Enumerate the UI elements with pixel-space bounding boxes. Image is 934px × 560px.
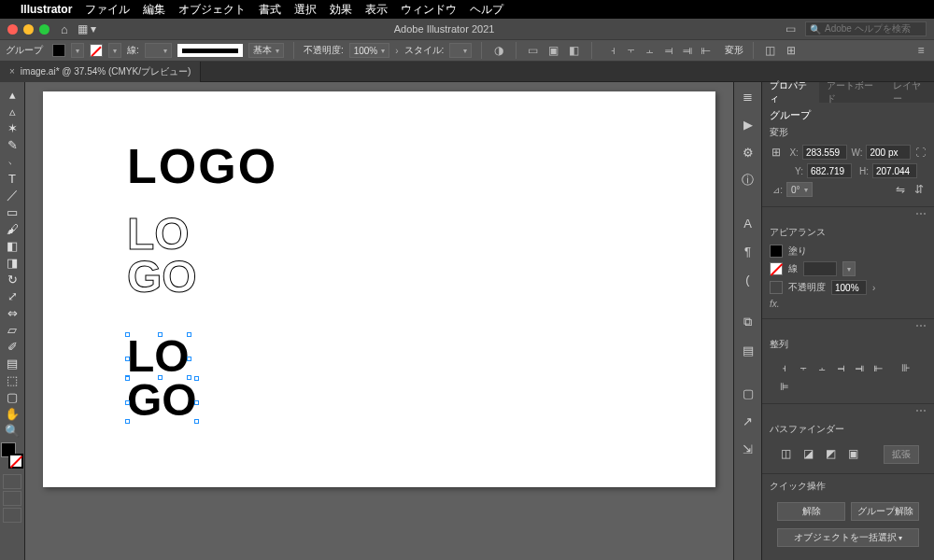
align-bottom-btn[interactable]: ⫦	[870, 360, 885, 375]
exclude-icon[interactable]: ▣	[844, 445, 861, 462]
fill-swatch[interactable]	[52, 44, 65, 57]
menu-edit[interactable]: 編集	[143, 2, 165, 18]
intersect-icon[interactable]: ◩	[822, 445, 839, 462]
line-tool[interactable]: ／	[1, 187, 23, 203]
w-input[interactable]	[866, 145, 911, 160]
close-window-button[interactable]	[7, 24, 18, 35]
blend-tool[interactable]: ⬚	[1, 371, 23, 388]
properties-panel-icon[interactable]: ≣	[738, 86, 758, 106]
stroke-swatch[interactable]	[90, 44, 103, 57]
more-align-options[interactable]: ⋯	[762, 404, 934, 417]
more-transform-options[interactable]: ⋯	[762, 207, 934, 220]
fill-swatch-panel[interactable]	[770, 245, 783, 258]
align-left-btn[interactable]: ⫞	[777, 360, 792, 375]
stroke-swatch-panel[interactable]	[770, 262, 783, 275]
info-panel-icon[interactable]: ⓘ	[738, 170, 758, 190]
align-bottom-icon[interactable]: ⫦	[699, 43, 714, 58]
eraser-tool[interactable]: ◨	[1, 254, 23, 271]
menu-window[interactable]: ウィンドウ	[401, 2, 457, 18]
fx-label[interactable]: fx.	[770, 299, 780, 309]
fill-stroke-control[interactable]	[1, 442, 23, 469]
opacity-dropdown[interactable]: 100%▾	[349, 43, 390, 58]
zoom-tool[interactable]: 🔍	[1, 422, 23, 439]
type-tool[interactable]: T	[1, 170, 23, 187]
rectangle-tool[interactable]: ▭	[1, 203, 23, 220]
stroke-weight-dropdown[interactable]: ▾	[145, 43, 172, 58]
width-tool[interactable]: ⇔	[1, 304, 23, 321]
stroke-weight-panel[interactable]	[803, 261, 837, 276]
doc-setup-icon[interactable]: ▭	[526, 43, 541, 58]
paintbrush-tool[interactable]: 🖌	[1, 220, 23, 237]
align-top-btn[interactable]: ⫤	[833, 360, 848, 375]
align-right-btn[interactable]: ⫠	[814, 360, 829, 375]
flip-vertical-icon[interactable]: ⇵	[912, 182, 927, 197]
direct-selection-tool[interactable]: ▵	[1, 103, 23, 119]
ungroup-button[interactable]: 解除	[777, 502, 845, 521]
gradient-tool[interactable]: ▤	[1, 355, 23, 371]
distribute-v-btn[interactable]: ⊫	[777, 379, 792, 394]
transform-label[interactable]: 変形	[725, 44, 743, 57]
rotate-tool[interactable]: ↻	[1, 271, 23, 287]
menu-select[interactable]: 選択	[294, 2, 317, 18]
logo-outline-text[interactable]: LOGO	[127, 213, 197, 298]
coord-icon[interactable]: ⊞	[784, 43, 799, 58]
crop-icon[interactable]: ◫	[763, 43, 778, 58]
align-left-icon[interactable]: ⫞	[605, 43, 620, 58]
canvas-area[interactable]: LOGO LOGO LO GO	[25, 82, 733, 560]
stroke-weight-panel-dd[interactable]: ▾	[842, 261, 856, 276]
minimize-window-button[interactable]	[23, 24, 34, 35]
minus-front-icon[interactable]: ◪	[800, 445, 816, 462]
align-vcenter-icon[interactable]: ⫥	[680, 43, 695, 58]
arrange-documents-icon[interactable]: ▭	[783, 21, 798, 36]
more-options-icon[interactable]: ≡	[913, 43, 928, 58]
reference-point-icon[interactable]: ⊞	[770, 145, 783, 160]
stroke-profile-preview[interactable]	[177, 44, 243, 57]
libraries-panel-icon[interactable]: ▤	[738, 340, 758, 360]
workspace-switcher-icon[interactable]: ▦ ▾	[78, 22, 96, 35]
gear-icon[interactable]: ⚙	[738, 142, 758, 162]
pen-tool[interactable]: ✎	[1, 136, 23, 153]
actions-panel-icon[interactable]: ▶	[738, 114, 758, 134]
menu-file[interactable]: ファイル	[85, 2, 130, 18]
select-all-objects-button[interactable]: オブジェクトを一括選択 ▾	[777, 528, 919, 547]
brushes-panel-icon[interactable]: (	[738, 269, 758, 289]
align-right-icon[interactable]: ⫠	[643, 43, 658, 58]
h-input[interactable]	[872, 163, 917, 178]
distribute-h-btn[interactable]: ⊪	[899, 360, 913, 375]
app-name[interactable]: Illustrator	[21, 3, 72, 16]
free-transform-tool[interactable]: ▱	[1, 321, 23, 338]
menu-view[interactable]: 表示	[365, 2, 388, 18]
recolor-icon[interactable]: ◑	[491, 43, 506, 58]
isolate-icon[interactable]: ▣	[546, 43, 561, 58]
chevron-right-icon[interactable]: ›	[395, 46, 398, 56]
home-icon[interactable]: ⌂	[61, 22, 68, 36]
align-top-icon[interactable]: ⫤	[661, 43, 676, 58]
style-dropdown[interactable]: ▾	[449, 43, 472, 58]
eyedropper-tool[interactable]: ✐	[1, 338, 23, 355]
maximize-window-button[interactable]	[39, 24, 50, 35]
flip-horizontal-icon[interactable]: ⇋	[893, 182, 908, 197]
opacity-input-panel[interactable]	[831, 280, 867, 295]
character-panel-icon[interactable]: A	[738, 213, 758, 233]
chevron-right-icon[interactable]: ›	[872, 283, 875, 293]
stroke-profile-dropdown[interactable]: 基本▾	[248, 43, 284, 58]
stroke-color-swatch[interactable]	[8, 454, 23, 469]
close-tab-icon[interactable]: ×	[9, 66, 15, 77]
pathfinder-expand-button[interactable]: 拡張	[884, 445, 919, 464]
menu-type[interactable]: 書式	[259, 2, 281, 18]
hand-tool[interactable]: ✋	[1, 405, 23, 422]
y-input[interactable]	[807, 163, 852, 178]
help-search-input[interactable]: 🔍 Adobe ヘルプを検索	[805, 21, 927, 36]
align-hcenter-icon[interactable]: ⫟	[624, 43, 639, 58]
links-panel-icon[interactable]: ⧉	[738, 312, 758, 332]
export-panel-icon[interactable]: ↗	[738, 411, 758, 431]
lock-aspect-icon[interactable]: ⛶	[914, 146, 927, 159]
align-hcenter-btn[interactable]: ⫟	[796, 360, 811, 375]
angle-dropdown[interactable]: 0°▾	[786, 182, 813, 197]
draw-mode-behind[interactable]	[3, 491, 21, 506]
menu-object[interactable]: オブジェクト	[178, 2, 246, 18]
screen-mode-button[interactable]	[3, 508, 21, 523]
artboard-tool[interactable]: ▢	[1, 388, 23, 405]
tab-artboard[interactable]: アートボード	[819, 82, 884, 103]
more-appearance-options[interactable]: ⋯	[762, 319, 934, 332]
